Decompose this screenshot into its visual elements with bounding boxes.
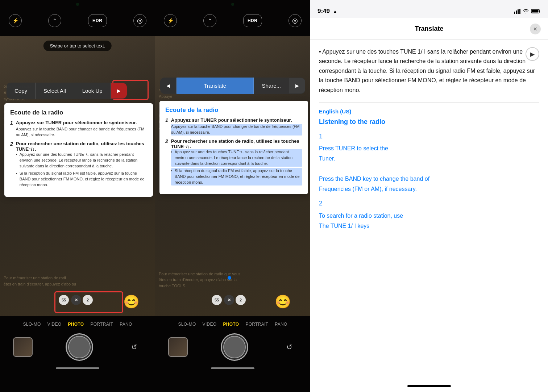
svg-rect-6 bbox=[532, 10, 539, 13]
step1-title-1: Appuyez sur TUNER pour sélectionner le s… bbox=[16, 120, 147, 125]
svg-rect-0 bbox=[514, 12, 515, 14]
flip-camera-button-2[interactable]: ↺ bbox=[281, 339, 297, 355]
mode-photo-2[interactable]: PHOTO bbox=[223, 322, 239, 327]
english-translation-body: 1 Press TUNER to select the Tuner. Press… bbox=[319, 131, 539, 231]
step2-num-2: 2 bbox=[165, 138, 168, 187]
live-photo-icon-2[interactable]: ◎ bbox=[288, 14, 302, 27]
bullet1-1: Appuyez sur une des touches TUNE↑/↓ sans… bbox=[16, 152, 147, 169]
eng-step1-number: 1 bbox=[319, 131, 539, 142]
badge-2-2: 2 bbox=[236, 295, 246, 305]
mode-video-2[interactable]: VIDEO bbox=[203, 322, 217, 327]
badge-x-1: ✕ bbox=[71, 295, 81, 305]
translate-title: Translate bbox=[415, 25, 443, 33]
battery-icon bbox=[531, 9, 541, 14]
text-cursor-dot bbox=[228, 276, 231, 280]
mode-photo-1[interactable]: PHOTO bbox=[68, 322, 84, 327]
more-menu-button[interactable]: ▶ bbox=[111, 83, 127, 99]
context-menu-2: ◀ Translate Share... ▶ bbox=[160, 78, 305, 94]
doc-card-1: Ecoute de la radio 1 Appuyez sur TUNER p… bbox=[4, 103, 153, 197]
chevron-up-icon-2[interactable]: ⌃ bbox=[203, 14, 216, 27]
bullet2-2: Si la réception du signal radio FM est f… bbox=[171, 168, 302, 185]
step1-num-2: 1 bbox=[165, 117, 168, 135]
eng-step2-text-a: To search for a radio station, use bbox=[319, 213, 403, 219]
status-time: 9:49 bbox=[317, 8, 330, 15]
flash-icon-2[interactable]: ⚡ bbox=[164, 14, 177, 27]
svg-rect-1 bbox=[516, 11, 517, 14]
eng-step2-number: 2 bbox=[319, 198, 539, 209]
hdr-button-2[interactable]: HDR bbox=[243, 14, 262, 27]
eng-step2-text-b: The TUNE 1/ I keys bbox=[319, 223, 369, 229]
play-audio-button[interactable]: ▶ bbox=[526, 47, 539, 61]
badge-2-1: 2 bbox=[83, 295, 93, 305]
mode-video-1[interactable]: VIDEO bbox=[47, 322, 62, 327]
svg-rect-5 bbox=[539, 11, 540, 12]
share-button[interactable]: Share... bbox=[254, 78, 289, 94]
eng-step1-text-d: Frequencies (FM or AM), if necessary. bbox=[319, 186, 417, 192]
shutter-inner-1 bbox=[68, 336, 91, 358]
divider-1 bbox=[319, 102, 539, 103]
mode-portrait-2[interactable]: PORTRAIT bbox=[245, 322, 268, 327]
doc-card-2: Ecoute de la radio 1 Appuyez sur TUNER p… bbox=[159, 101, 308, 194]
badge-x-2: ✕ bbox=[224, 295, 234, 305]
shutter-row-1: ↺ bbox=[0, 327, 155, 361]
forward-menu-button[interactable]: ▶ bbox=[289, 78, 305, 93]
panel-2-camera-translate: ⚡ ⌃ HDR ◎ oute de la radio Appuyesyntoni… bbox=[155, 0, 310, 392]
mode-pano-1[interactable]: PANO bbox=[120, 322, 132, 327]
shutter-button-2[interactable] bbox=[221, 333, 248, 361]
mode-pano-2[interactable]: PANO bbox=[275, 322, 287, 327]
top-bar-1: ⚡ ⌃ HDR ◎ bbox=[0, 0, 155, 36]
copy-button[interactable]: Copy bbox=[7, 83, 36, 99]
step1-desc-2: Appuyez sur la touche BAND pour changer … bbox=[171, 124, 302, 135]
mode-slomo-1[interactable]: SLO-MO bbox=[23, 322, 41, 327]
signal-icon bbox=[514, 9, 520, 14]
back-menu-button[interactable]: ◀ bbox=[160, 78, 177, 93]
step1-title-2: Appuyez sur TUNER pour sélectionner le s… bbox=[171, 117, 302, 123]
home-indicator-2 bbox=[211, 367, 254, 369]
home-bar-translate bbox=[310, 380, 548, 392]
panel-1-camera-copy: ⚡ ⌃ HDR ◎ Swipe or tap to select text. o… bbox=[0, 0, 155, 392]
look-up-button[interactable]: Look Up bbox=[74, 83, 111, 99]
mode-slomo-2[interactable]: SLO-MO bbox=[178, 322, 196, 327]
emoji-sticker-1: 😊 bbox=[123, 294, 140, 309]
french-translation-text: • Appuyez sur une des touches TUNE 1/ I … bbox=[319, 47, 539, 95]
bullet2-1: Si la réception du signal radio FM est f… bbox=[16, 171, 147, 188]
shutter-row-2: ↺ bbox=[155, 327, 310, 361]
bottom-bar-2: SLO-MO VIDEO PHOTO PORTRAIT PANO ↺ bbox=[155, 316, 310, 392]
background-text-2: Pour mémoriser une station de radi êtes … bbox=[0, 275, 155, 287]
chevron-up-icon[interactable]: ⌃ bbox=[48, 14, 61, 27]
mode-portrait-1[interactable]: PORTRAIT bbox=[90, 322, 113, 327]
language-label: English (US) bbox=[319, 108, 539, 114]
thumbnail-preview-2[interactable] bbox=[168, 337, 188, 357]
flip-camera-button-1[interactable]: ↺ bbox=[126, 339, 142, 355]
thumbnail-preview-1[interactable] bbox=[13, 337, 33, 357]
translate-button[interactable]: Translate bbox=[177, 78, 254, 94]
select-all-button[interactable]: Select All bbox=[36, 83, 74, 99]
emoji-sticker-2: 😊 bbox=[275, 294, 291, 309]
location-arrow-icon: ▲ bbox=[333, 9, 337, 14]
shutter-inner-2 bbox=[223, 336, 246, 358]
english-section-title: Listening to the radio bbox=[319, 118, 539, 126]
live-photo-icon[interactable]: ◎ bbox=[133, 14, 146, 27]
step2-title-2: Pour rechercher une station de radio, ut… bbox=[171, 138, 302, 149]
eng-step1-text-a: Press TUNER to select the bbox=[319, 145, 388, 151]
context-menu-1: Copy Select All Look Up ▶ bbox=[7, 83, 127, 99]
shutter-button-1[interactable] bbox=[66, 333, 93, 361]
hdr-button[interactable]: HDR bbox=[88, 14, 107, 27]
status-icons bbox=[514, 9, 541, 14]
wifi-icon bbox=[523, 9, 529, 14]
mode-bar-1: SLO-MO VIDEO PHOTO PORTRAIT PANO bbox=[0, 316, 155, 327]
top-bar-2: ⚡ ⌃ HDR ◎ bbox=[155, 0, 310, 36]
home-indicator-1 bbox=[56, 367, 99, 369]
svg-rect-3 bbox=[519, 9, 520, 14]
step2-title-1: Pour rechercher une station de radio, ut… bbox=[16, 141, 147, 152]
eng-step1-text-c: Press the BAND key to change the band of bbox=[319, 176, 429, 182]
flash-icon[interactable]: ⚡ bbox=[9, 14, 22, 27]
close-translate-button[interactable]: ✕ bbox=[530, 24, 541, 34]
translate-content: • Appuyez sur une des touches TUNE 1/ I … bbox=[310, 40, 548, 380]
svg-rect-2 bbox=[518, 9, 519, 14]
doc-title-2: Ecoute de la radio bbox=[165, 107, 302, 114]
badge-55-2: 55 bbox=[212, 295, 222, 305]
step1-num-1: 1 bbox=[10, 120, 13, 138]
home-indicator-translate bbox=[407, 385, 451, 387]
translate-panel: 9:49 ▲ Trans bbox=[310, 0, 548, 392]
